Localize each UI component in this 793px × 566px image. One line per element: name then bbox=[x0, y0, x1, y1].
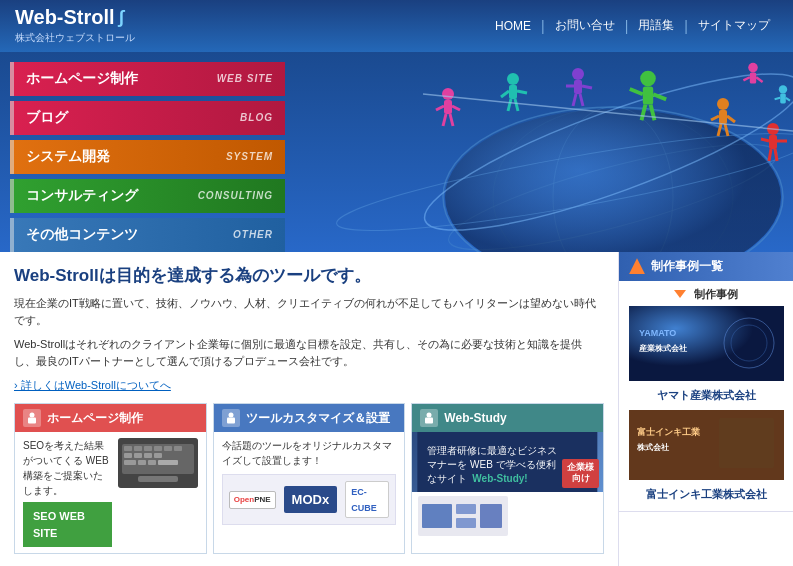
nav-other[interactable]: その他コンテンツ OTHER bbox=[10, 218, 285, 252]
svg-rect-63 bbox=[134, 453, 142, 458]
svg-line-39 bbox=[761, 139, 769, 141]
nav-other-en: OTHER bbox=[233, 229, 273, 240]
bottom-content: Web-Strollは目的を達成する為のツールです。 現在企業のIT戦略に置いて… bbox=[0, 252, 793, 566]
sidebar-right: 制作事例一覧 制作事例 bbox=[618, 252, 793, 566]
svg-rect-58 bbox=[144, 446, 152, 451]
svg-rect-82 bbox=[456, 504, 476, 514]
svg-text:マナーを WEB で学べる便利: マナーを WEB で学べる便利 bbox=[428, 459, 556, 470]
nav-consulting[interactable]: コンサルティング CONSULTING bbox=[10, 179, 285, 213]
seiji-title: 制作事例 bbox=[694, 287, 738, 302]
svg-line-9 bbox=[436, 106, 444, 110]
company1-label[interactable]: ヤマト産業株式会社 bbox=[627, 385, 785, 406]
svg-line-42 bbox=[775, 149, 777, 161]
svg-text:産業株式会社: 産業株式会社 bbox=[639, 343, 688, 353]
main-content: Web-Strollは目的を達成する為のツールです。 現在企業のIT戦略に置いて… bbox=[0, 252, 618, 566]
tools-card-icon bbox=[222, 409, 240, 427]
logo: Web-Stroll ∫ bbox=[15, 6, 135, 29]
svg-line-45 bbox=[743, 77, 749, 80]
nav-contact[interactable]: お問い合せ bbox=[547, 14, 623, 37]
svg-line-15 bbox=[501, 91, 509, 97]
svg-point-43 bbox=[748, 62, 758, 72]
card-tools-body: 今話題のツールをオリジナルカスタマイズして設置します！ OpenPNE MODx bbox=[214, 432, 405, 531]
company2-label[interactable]: 富士インキ工業株式会社 bbox=[627, 484, 785, 505]
logo-area: Web-Stroll ∫ 株式会社ウェブストロール bbox=[15, 6, 135, 45]
nav-system-jp: システム開発 bbox=[26, 148, 110, 166]
svg-rect-83 bbox=[456, 518, 476, 528]
logo-decoration: ∫ bbox=[119, 7, 124, 28]
nav-links: HOME | お問い合せ | 用語集 | サイトマップ bbox=[487, 14, 778, 37]
left-navigation: ホームページ制作 WEB SITE ブログ BLOG システム開発 SYSTEM… bbox=[0, 52, 295, 252]
card-webstudy: Web-Study 管理者研修に最適なビジネス マナーを WEB で学べる便利 … bbox=[411, 403, 604, 554]
company-name: 株式会社ウェブストロール bbox=[15, 31, 135, 45]
about-link[interactable]: › 詳しくはWeb-Strollについてへ bbox=[14, 377, 604, 393]
svg-rect-32 bbox=[719, 110, 727, 124]
nav-blog-jp: ブログ bbox=[26, 109, 68, 127]
figure-pink bbox=[436, 88, 460, 126]
svg-rect-94 bbox=[719, 418, 774, 468]
svg-rect-68 bbox=[148, 460, 156, 465]
svg-line-22 bbox=[582, 86, 592, 88]
svg-point-19 bbox=[572, 68, 584, 80]
nav-homepage[interactable]: ホームページ制作 WEB SITE bbox=[10, 62, 285, 96]
svg-line-49 bbox=[775, 97, 781, 98]
svg-rect-59 bbox=[154, 446, 162, 451]
nav-consulting-jp: コンサルティング bbox=[26, 187, 138, 205]
nav-home[interactable]: HOME bbox=[487, 16, 539, 36]
svg-rect-72 bbox=[227, 418, 235, 424]
triangle-icon bbox=[674, 290, 686, 298]
nav-consulting-en: CONSULTING bbox=[198, 190, 273, 201]
svg-rect-48 bbox=[780, 93, 786, 103]
svg-rect-70 bbox=[138, 476, 178, 482]
nav-blog[interactable]: ブログ BLOG bbox=[10, 101, 285, 135]
nav-homepage-en: WEB SITE bbox=[217, 73, 273, 84]
svg-point-47 bbox=[779, 85, 787, 93]
svg-rect-57 bbox=[134, 446, 142, 451]
svg-line-50 bbox=[786, 97, 790, 100]
svg-rect-53 bbox=[28, 418, 36, 424]
svg-point-73 bbox=[427, 413, 432, 418]
body-text-2: Web-Strollはそれぞれのクライアント企業毎に個別に最適な目標を設定、共有… bbox=[14, 336, 604, 371]
card-homepage-title: ホームページ制作 bbox=[47, 410, 143, 427]
enterprise-badge: 企業様向け bbox=[562, 459, 599, 488]
nav-system-en: SYSTEM bbox=[226, 151, 273, 162]
svg-line-33 bbox=[711, 116, 719, 120]
tools-logos: OpenPNE MODx EC-CUBE bbox=[222, 474, 397, 525]
svg-rect-69 bbox=[158, 460, 178, 465]
svg-line-41 bbox=[769, 149, 771, 161]
seo-web-site-button[interactable]: SEO WEB SITE bbox=[23, 502, 112, 547]
svg-text:富士インキ工業: 富士インキ工業 bbox=[637, 426, 701, 437]
svg-text:株式会社: 株式会社 bbox=[636, 443, 670, 452]
svg-rect-84 bbox=[480, 504, 502, 528]
svg-text:管理者研修に最適なビジネス: 管理者研修に最適なビジネス bbox=[428, 445, 558, 456]
svg-rect-81 bbox=[422, 504, 452, 528]
company1-image: YAMATO 産業株式会社 bbox=[629, 306, 784, 381]
svg-line-18 bbox=[515, 99, 518, 111]
nav-sitemap[interactable]: サイトマップ bbox=[690, 14, 778, 37]
nav-other-jp: その他コンテンツ bbox=[26, 226, 138, 244]
keyboard-image bbox=[118, 438, 198, 488]
svg-text:なサイト: なサイト bbox=[428, 473, 468, 484]
nav-homepage-jp: ホームページ制作 bbox=[26, 70, 138, 88]
svg-point-31 bbox=[717, 98, 729, 110]
svg-line-24 bbox=[580, 94, 583, 106]
nav-glossary[interactable]: 用語集 bbox=[630, 14, 682, 37]
svg-rect-65 bbox=[154, 453, 162, 458]
svg-line-10 bbox=[452, 106, 460, 110]
card-tools-header: ツールカスタマイズ＆設置 bbox=[214, 404, 405, 432]
svg-line-17 bbox=[508, 99, 511, 111]
card-webstudy-header: Web-Study bbox=[412, 404, 603, 432]
svg-rect-67 bbox=[138, 460, 146, 465]
svg-point-25 bbox=[640, 70, 656, 86]
svg-line-11 bbox=[443, 114, 446, 126]
homepage-card-icon bbox=[23, 409, 41, 427]
nav-blog-en: BLOG bbox=[240, 112, 273, 123]
nav-system[interactable]: システム開発 SYSTEM bbox=[10, 140, 285, 174]
card-webstudy-title: Web-Study bbox=[444, 411, 506, 425]
svg-rect-26 bbox=[643, 86, 653, 104]
svg-rect-60 bbox=[164, 446, 172, 451]
svg-text:Web-Study!: Web-Study! bbox=[473, 473, 528, 484]
hero-globe-area bbox=[295, 52, 793, 252]
svg-point-4 bbox=[445, 109, 781, 252]
main-headline: Web-Strollは目的を達成する為のツールです。 bbox=[14, 264, 604, 287]
svg-line-34 bbox=[727, 116, 735, 122]
